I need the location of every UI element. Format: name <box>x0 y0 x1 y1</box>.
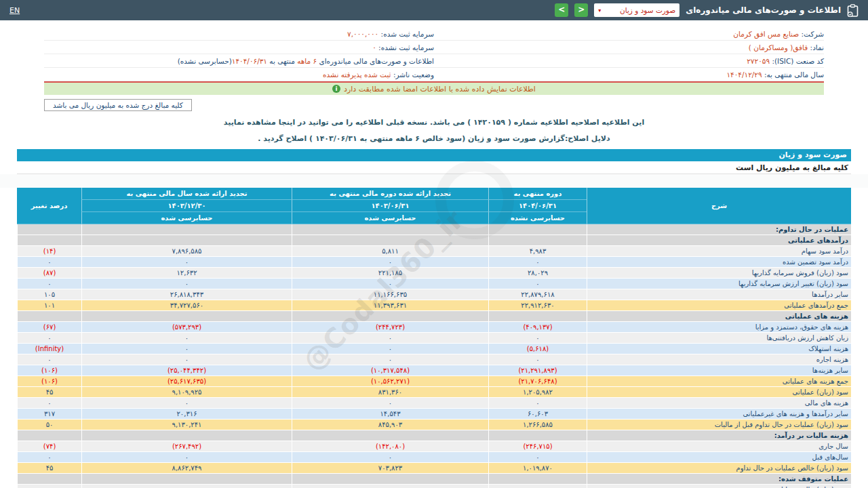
header-col2-title: تجدید ارائه شده دوره مالی منتهی به <box>292 188 488 200</box>
table-row: سال‌های قبل۰۰۰۰ <box>17 452 851 463</box>
row-percent <box>17 474 81 485</box>
row-value: ۱,۲۶۶,۵۸۵ <box>488 420 587 430</box>
row-value: ۰ <box>488 485 587 488</box>
clipboard-icon <box>847 4 859 17</box>
row-value: (۲۱,۲۹۱,۸۹۳) <box>488 365 587 376</box>
row-percent: (Infinity) <box>17 344 81 354</box>
row-value <box>292 430 488 441</box>
statement-dropdown[interactable]: ▾ صورت سود و زیان <box>594 3 679 17</box>
row-value: ۰ <box>81 279 292 289</box>
industry-code: کد صنعت (ISIC): ۲۷۲۰۵۹ <box>434 57 824 65</box>
row-label: جمع هزینه های عملیاتی <box>587 376 851 387</box>
row-value: ۱,۲۰۵,۹۸۲ <box>488 387 587 398</box>
chevron-down-icon: ▾ <box>598 7 601 14</box>
row-label: سایر درآمدها و هزینه های غیرعملیاتی <box>587 409 851 420</box>
row-value: ۰ <box>488 279 587 289</box>
row-value <box>488 311 587 322</box>
row-value: (۵۷۳,۲۹۳) <box>81 322 292 333</box>
table-row: درآمد سود سهام۴,۹۸۳۵,۸۱۱۷,۸۹۶,۵۸۵(۱۴) <box>17 246 851 257</box>
row-value: ۲۸,۰۲۹ <box>488 268 587 279</box>
table-row: هزینه های مالی۰۰۰۰ <box>17 398 851 409</box>
row-value: ۰ <box>488 452 587 463</box>
header-col1-date: ۱۴۰۴/۰۶/۳۱ <box>488 200 587 212</box>
statement-unit-note: کلیه مبالغ به میلیون ریال است <box>17 161 851 174</box>
row-value: (۵,۶۱۸) <box>488 344 587 354</box>
row-value: (۱۴۲,۰۸۰) <box>292 441 488 452</box>
row-value: ۱۱,۱۶۶,۶۳۵ <box>292 289 488 300</box>
prev-button[interactable]: < <box>555 3 568 17</box>
row-percent: ۰ <box>17 354 81 365</box>
publisher-status: وضعیت ناشر: ثبت شده پذیرفته نشده <box>44 70 434 79</box>
row-value <box>292 311 488 322</box>
statement-title-bar: صورت سود و زیان <box>17 149 851 161</box>
row-label: سود (زیان) فروش سرمایه گذاریها <box>587 268 851 279</box>
row-value <box>81 235 292 246</box>
table-row: هزینه های حقوق، دستمزد و مزایا(۴۰۹,۱۳۷)(… <box>17 322 851 333</box>
report-period: اطلاعات و صورت‌های مالی میاندوره‌ای ۶ ما… <box>44 57 434 65</box>
row-percent: ۳۱۷ <box>17 409 81 420</box>
table-row: سود (زیان) خالص عملیات متوقف شده۰۰۰۰ <box>17 485 851 488</box>
table-row: درآمد سود تضمین شده۰۰۰۰ <box>17 257 851 268</box>
row-value: ۸,۸۶۲,۷۴۹ <box>81 463 292 474</box>
row-percent: (۱۰۶) <box>17 365 81 376</box>
page-title: اطلاعات و صورت‌های مالی میاندوره‌ای <box>686 5 841 15</box>
header-col1-title: دوره منتهی به <box>488 188 587 200</box>
row-value <box>292 474 488 485</box>
row-value: ۰ <box>292 279 488 289</box>
row-value: ۰ <box>81 485 292 488</box>
row-label: هزینه های مالی <box>587 398 851 409</box>
row-percent: ۰ <box>17 279 81 289</box>
row-percent <box>17 224 81 235</box>
row-value: ۱,۰۱۹,۸۷۰ <box>488 463 587 474</box>
table-row: سایر درآمدها۲۲,۸۷۹,۶۱۸۱۱,۱۶۶,۶۳۵۲۶,۸۱۸,۳… <box>17 289 851 300</box>
row-label: درآمد سود سهام <box>587 246 851 257</box>
row-value: ۰ <box>81 452 292 463</box>
row-value: ۰ <box>488 257 587 268</box>
row-percent <box>17 311 81 322</box>
row-percent: ۵۰ <box>17 420 81 430</box>
row-percent: ۴۵ <box>17 463 81 474</box>
table-row: هزینه مالیات بر درآمد: <box>17 430 851 441</box>
row-value <box>292 224 488 235</box>
header-col2-date: ۱۴۰۳/۰۶/۳۱ <box>292 200 488 212</box>
company-symbol: نماد: فافق( ومساکرمان ) <box>434 43 824 52</box>
table-row: سود (زیان) فروش سرمایه گذاریها۲۸,۰۲۹۲۲۱,… <box>17 268 851 279</box>
table-row: سود (زیان) عملیاتی۱,۲۰۵,۹۸۲۸۳۱,۳۶۰۹,۱۰۹,… <box>17 387 851 398</box>
row-percent: (۸۷) <box>17 268 81 279</box>
row-value: ۲۲,۸۷۹,۶۱۸ <box>488 289 587 300</box>
table-row: درآمدهای عملیاتی <box>17 235 851 246</box>
company-info: شرکت: صنایع مس افق کرمان سرمایه ثبت شده:… <box>44 27 824 81</box>
table-row: جمع درآمدهای عملیاتی۲۲,۹۱۲,۶۳۰۱۱,۳۹۳,۶۳۱… <box>17 300 851 311</box>
row-value: ۰ <box>292 344 488 354</box>
row-label: درآمد سود تضمین شده <box>587 257 851 268</box>
row-label: درآمدهای عملیاتی <box>587 235 851 246</box>
row-value: ۰ <box>488 333 587 344</box>
table-row: سود (زیان) خالص عملیات در حال تداوم۱,۰۱۹… <box>17 463 851 474</box>
row-label: سود (زیان) خالص عملیات در حال تداوم <box>587 463 851 474</box>
row-label: هزینه های حقوق، دستمزد و مزایا <box>587 322 851 333</box>
row-value: (۱۰,۵۶۲,۲۷۱) <box>292 376 488 387</box>
row-value: ۰ <box>81 344 292 354</box>
statement-table: شرح دوره منتهی به ۱۴۰۴/۰۶/۳۱ حسابرسی نشد… <box>17 188 851 488</box>
row-value <box>488 235 587 246</box>
correction-reason: دلایل اصلاح:گزارش صورت سود و زیان (سود خ… <box>0 134 868 144</box>
table-row: سایر هزینه‌ها(۲۱,۲۹۱,۸۹۳)(۱۰,۳۱۷,۵۴۸)(۲۵… <box>17 365 851 376</box>
row-value: ۰ <box>292 257 488 268</box>
row-value <box>81 224 292 235</box>
row-value: ۲۲۱,۱۸۵ <box>292 268 488 279</box>
next-button[interactable]: > <box>574 3 588 17</box>
row-value: (۲۴۴,۷۲۳) <box>292 322 488 333</box>
row-label: سود (زیان) تغییر ارزش سرمایه گذاریها <box>587 279 851 289</box>
header-col2-audit: حسابرسی شده <box>292 212 488 224</box>
row-value: (۲۴۶,۷۱۵) <box>488 441 587 452</box>
row-label: سود (زیان) عملیات در حال تداوم قبل از ما… <box>587 420 851 430</box>
table-row: جمع هزینه های عملیاتی(۲۱,۷۰۶,۶۴۸)(۱۰,۵۶۲… <box>17 376 851 387</box>
company-row: سال مالی منتهی به: ۱۴۰۴/۱۲/۲۹ وضعیت ناشر… <box>44 68 824 81</box>
row-value: ۰ <box>488 354 587 365</box>
row-percent: ۰ <box>17 452 81 463</box>
row-value: ۰ <box>488 398 587 409</box>
row-value: ۶۰,۶۰۳ <box>488 409 587 420</box>
language-link[interactable]: EN <box>9 6 20 15</box>
row-value: ۹,۱۰۹,۹۲۵ <box>81 387 292 398</box>
row-value: ۰ <box>292 452 488 463</box>
